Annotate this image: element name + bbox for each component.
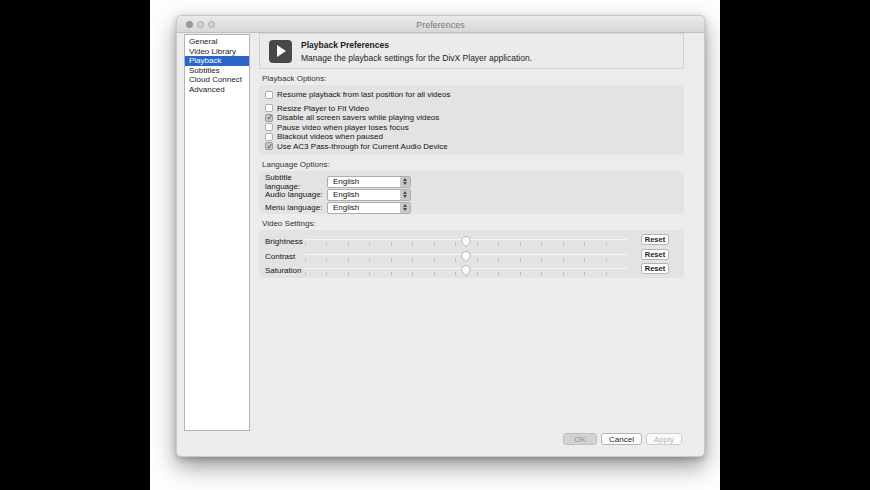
header-title: Playback Preferences xyxy=(301,40,532,50)
playback-options-panel: Resume playback from last position for a… xyxy=(259,85,684,155)
content: Playback Preferences Manage the playback… xyxy=(259,33,684,278)
dropdown-row: Menu language: English xyxy=(265,201,684,214)
checkbox-label: Blackout videos when paused xyxy=(277,132,383,141)
preferences-window: Preferences GeneralVideo LibraryPlayback… xyxy=(176,15,705,457)
play-triangle-icon xyxy=(277,45,286,57)
stepper-icon[interactable] xyxy=(400,203,410,213)
titlebar[interactable]: Preferences xyxy=(177,16,704,33)
checkbox-row: Use AC3 Pass-through for Current Audio D… xyxy=(265,142,684,152)
playback-options-label: Playback Options: xyxy=(262,74,684,83)
checkbox-label: Resize Player to Fit Video xyxy=(277,104,369,113)
language-select[interactable]: English xyxy=(327,189,411,201)
checkbox-row: Pause video when player loses focus xyxy=(265,123,684,133)
checkbox[interactable] xyxy=(265,133,273,141)
selected-value: English xyxy=(328,190,359,199)
slider-label: Contrast xyxy=(265,249,305,261)
language-select[interactable]: English xyxy=(327,202,411,214)
checkbox-row: Blackout videos when paused xyxy=(265,132,684,142)
slider[interactable] xyxy=(305,249,627,261)
sidebar-item[interactable]: Cloud Connect xyxy=(185,75,249,85)
window-title: Preferences xyxy=(177,20,704,30)
reset-button[interactable]: Reset xyxy=(641,249,669,260)
checkbox[interactable] xyxy=(265,123,273,131)
slider-label: Brightness xyxy=(265,234,305,246)
sidebar-item[interactable]: Playback xyxy=(185,56,249,66)
sidebar-item[interactable]: Advanced xyxy=(185,85,249,95)
selected-value: English xyxy=(328,177,359,186)
checkbox[interactable] xyxy=(265,114,273,122)
checkbox[interactable] xyxy=(265,142,273,150)
video-settings-label: Video Settings: xyxy=(262,219,684,228)
dropdown-row: Subtitle language: English xyxy=(265,175,684,188)
checkbox[interactable] xyxy=(265,91,273,99)
dropdown-label: Menu language: xyxy=(265,203,327,212)
slider-handle[interactable] xyxy=(461,263,471,275)
footer-buttons: OK Cancel Apply xyxy=(563,433,682,445)
checkbox-label: Use AC3 Pass-through for Current Audio D… xyxy=(277,142,448,151)
selected-value: English xyxy=(328,203,359,212)
stepper-icon[interactable] xyxy=(400,177,410,187)
sidebar: GeneralVideo LibraryPlaybackSubtitlesClo… xyxy=(184,34,250,431)
ok-button[interactable]: OK xyxy=(563,433,597,445)
checkbox-row: Resize Player to Fit Video xyxy=(265,104,684,114)
slider-label: Saturation xyxy=(265,263,305,275)
cancel-button[interactable]: Cancel xyxy=(601,433,642,445)
checkbox-row: Disable all screen savers while playing … xyxy=(265,113,684,123)
slider-handle[interactable] xyxy=(461,249,471,261)
slider-row: Saturation Reset xyxy=(265,263,669,278)
slider-row: Contrast Reset xyxy=(265,249,669,264)
video-settings-panel: Brightness Reset Contrast xyxy=(259,230,684,278)
language-options-label: Language Options: xyxy=(262,160,684,169)
slider[interactable] xyxy=(305,263,627,275)
slider-row: Brightness Reset xyxy=(265,234,669,249)
dropdown-label: Subtitle language: xyxy=(265,173,327,191)
header-panel: Playback Preferences Manage the playback… xyxy=(259,33,684,69)
play-icon xyxy=(269,40,292,63)
checkbox-row: Resume playback from last position for a… xyxy=(265,90,684,100)
checkbox-label: Resume playback from last position for a… xyxy=(277,90,450,99)
stepper-icon[interactable] xyxy=(400,190,410,200)
language-select[interactable]: English xyxy=(327,176,411,188)
header-subtitle: Manage the playback settings for the Div… xyxy=(301,53,532,63)
sidebar-item[interactable]: General xyxy=(185,37,249,47)
dropdown-label: Audio language: xyxy=(265,190,327,199)
reset-button[interactable]: Reset xyxy=(641,234,669,245)
slider-handle[interactable] xyxy=(461,234,471,246)
dropdown-row: Audio language: English xyxy=(265,188,684,201)
slider[interactable] xyxy=(305,234,627,246)
sidebar-item[interactable]: Video Library xyxy=(185,47,249,57)
apply-button[interactable]: Apply xyxy=(646,433,682,445)
language-options-panel: Subtitle language: English Audio languag… xyxy=(259,171,684,214)
checkbox-label: Disable all screen savers while playing … xyxy=(277,113,439,122)
sidebar-item[interactable]: Subtitles xyxy=(185,66,249,76)
checkbox[interactable] xyxy=(265,104,273,112)
reset-button[interactable]: Reset xyxy=(641,263,669,274)
checkbox-label: Pause video when player loses focus xyxy=(277,123,409,132)
